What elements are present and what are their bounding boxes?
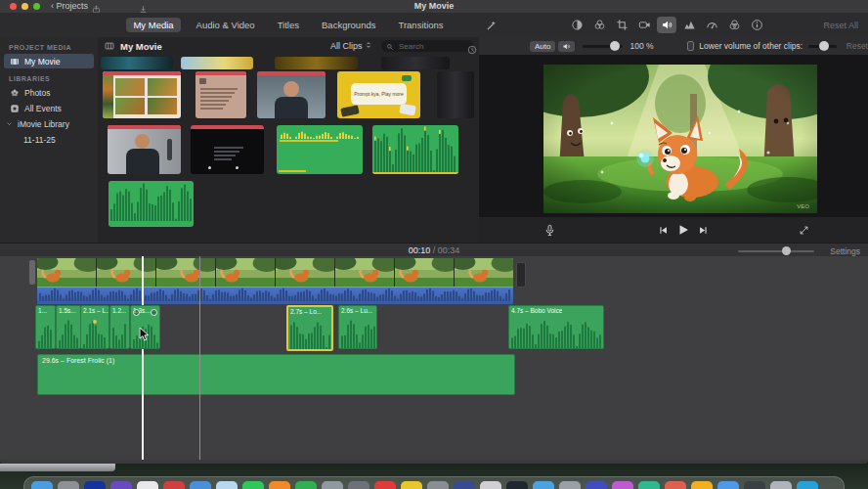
noise-reduction-tool-button[interactable]	[679, 17, 699, 33]
dock-app-icon[interactable]	[454, 481, 475, 489]
enhance-button[interactable]	[486, 18, 498, 35]
sidebar-item-my-movie[interactable]: My Movie	[4, 54, 94, 68]
thumbnail-audio-wave2[interactable]	[108, 181, 194, 227]
dock-app-icon[interactable]	[559, 481, 581, 489]
thumbnail-strip-dark[interactable]	[437, 71, 474, 118]
voiceover-mic-button[interactable]	[543, 224, 556, 237]
dock-app-icon[interactable]	[533, 481, 554, 489]
color-balance-tool-button[interactable]	[567, 17, 586, 33]
dock-app-icon[interactable]	[586, 481, 607, 489]
dock-app-icon[interactable]	[242, 481, 264, 489]
audio-clip-1-5s[interactable]: 1.5s...	[56, 305, 81, 349]
timeline-zoom-knob[interactable]	[782, 246, 791, 255]
dock-app-icon[interactable]	[31, 481, 53, 489]
reset-all-button[interactable]: Reset All	[823, 21, 858, 30]
dock-app-icon[interactable]	[110, 481, 132, 489]
thumbnail-audio-yellowtop[interactable]	[277, 125, 363, 174]
thumbnail-terminal[interactable]	[191, 125, 264, 174]
auto-volume-button[interactable]: Auto	[530, 41, 555, 52]
volume-tool-button[interactable]	[657, 17, 676, 33]
dock-app-icon[interactable]	[797, 481, 818, 489]
lower-volume-checkbox[interactable]	[687, 41, 695, 51]
audio-clip-2-1s-l[interactable]: 2.1s – L...	[80, 305, 109, 349]
dock-app-icon[interactable]	[717, 481, 739, 489]
thumbnail-person-mic[interactable]	[108, 125, 181, 174]
volume-slider[interactable]	[583, 45, 622, 48]
sidebar-item-all-events[interactable]: All Events	[4, 101, 94, 115]
dock-app-icon[interactable]	[190, 481, 211, 489]
video-clip-audio-strip[interactable]	[37, 287, 513, 304]
volume-slider-knob[interactable]	[610, 41, 620, 51]
clip-trim-handle-left[interactable]	[29, 260, 35, 285]
clip-filter-dropdown[interactable]: All Clips	[330, 41, 372, 51]
thumbnail-audio-wave[interactable]	[372, 125, 458, 174]
thumbnail-strip-teal[interactable]	[101, 57, 173, 69]
fade-handle[interactable]	[151, 309, 157, 316]
video-clip-filmstrip[interactable]	[37, 258, 513, 287]
dock-app-icon[interactable]	[480, 481, 501, 489]
search-box[interactable]	[381, 40, 473, 52]
timeline-settings-button[interactable]: Settings	[830, 246, 860, 256]
sidebar-item-11-11-25[interactable]: 11-11-25	[4, 132, 94, 147]
tab-my-media[interactable]: My Media	[126, 18, 180, 32]
lower-volume-slider-knob[interactable]	[819, 41, 829, 51]
dock-app-icon[interactable]	[374, 481, 396, 489]
thumbnail-promo-yellow[interactable]: Prompt kya, Play more	[337, 71, 420, 118]
dock-app-icon[interactable]	[401, 481, 422, 489]
playhead[interactable]	[142, 256, 144, 460]
crop-tool-button[interactable]	[612, 17, 631, 33]
tab-titles[interactable]: Titles	[271, 18, 306, 32]
music-clip[interactable]: 29.6s – Forest Frolic (1)	[37, 354, 515, 395]
audio-clip-2-7s-lo[interactable]: 2.7s – Lo...	[286, 305, 333, 351]
dock-app-icon[interactable]	[744, 481, 765, 489]
tab-audio-video[interactable]: Audio & Video	[190, 18, 262, 32]
mute-button[interactable]	[558, 41, 575, 52]
audio-clip-1-2[interactable]: 1.2...	[109, 305, 130, 349]
volume-reset-button[interactable]: Reset	[846, 41, 868, 51]
tab-backgrounds[interactable]: Backgrounds	[315, 18, 382, 32]
timeline-zoom-slider[interactable]	[738, 250, 814, 252]
thumbnail-document[interactable]	[195, 71, 246, 118]
fade-handle[interactable]	[133, 309, 140, 316]
audio-clip-2-6s-lu[interactable]: 2.6s – Lu...	[338, 305, 377, 349]
chevron-down-icon[interactable]	[6, 119, 13, 129]
clip-trim-handle-right[interactable]	[516, 262, 526, 288]
audio-clip-1[interactable]: 1...	[35, 305, 56, 349]
dock-app-icon[interactable]	[348, 481, 369, 489]
search-input[interactable]	[397, 41, 457, 52]
dock-app-icon[interactable]	[58, 481, 79, 489]
dock-app-icon[interactable]	[770, 481, 792, 489]
dock-app-icon[interactable]	[137, 481, 158, 489]
dock-app-icon[interactable]	[612, 481, 633, 489]
dock-app-icon[interactable]	[638, 481, 660, 489]
color-correction-tool-button[interactable]	[589, 17, 609, 33]
volume-keyframe[interactable]	[93, 320, 97, 324]
thumbnail-fox-grid[interactable]	[103, 71, 181, 118]
previous-frame-button[interactable]	[658, 225, 669, 236]
dock-app-icon[interactable]	[295, 481, 317, 489]
dock-app-icon[interactable]	[506, 481, 528, 489]
lower-volume-slider[interactable]	[808, 45, 837, 48]
play-button[interactable]	[676, 223, 690, 237]
dock-app-icon[interactable]	[322, 481, 343, 489]
dock-app-icon[interactable]	[665, 481, 686, 489]
fullscreen-button[interactable]	[799, 225, 809, 236]
dock-app-icon[interactable]	[84, 481, 106, 489]
next-frame-button[interactable]	[698, 225, 709, 236]
audio-clip-4-7s-bobo-voice[interactable]: 4.7s – Bobo Voice	[508, 305, 604, 349]
stabilization-tool-button[interactable]	[634, 17, 654, 33]
dock-app-icon[interactable]	[427, 481, 449, 489]
thumbnail-person[interactable]	[257, 71, 326, 118]
thumbnail-strip-dark[interactable]	[381, 57, 450, 69]
thumbnail-strip-gold[interactable]	[275, 57, 358, 69]
clip-appearance-button[interactable]	[105, 37, 114, 55]
recents-clock-button[interactable]	[467, 41, 477, 59]
tab-transitions[interactable]: Transitions	[391, 18, 450, 32]
sidebar-item-imovie-library[interactable]: iMovie Library	[4, 116, 94, 131]
dock-app-icon[interactable]	[691, 481, 713, 489]
sidebar-item-photos[interactable]: Photos	[4, 85, 94, 100]
info-tool-button[interactable]	[747, 17, 766, 33]
thumbnail-strip-blue[interactable]	[181, 57, 253, 69]
speed-tool-button[interactable]	[702, 17, 721, 33]
dock-app-icon[interactable]	[269, 481, 290, 489]
